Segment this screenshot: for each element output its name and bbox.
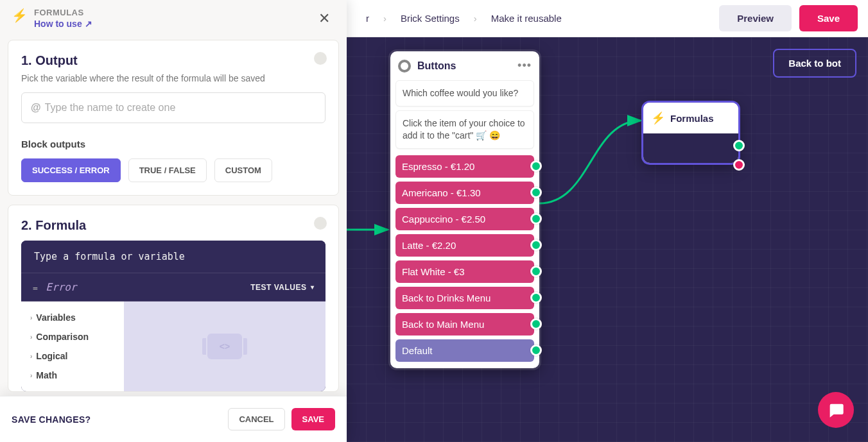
chevron-right-icon: › xyxy=(30,353,32,360)
formula-heading: 2. Formula xyxy=(21,218,326,233)
option-port[interactable] xyxy=(530,160,542,172)
output-section: 1. Output Pick the variable where the re… xyxy=(8,40,339,196)
formula-result: Error xyxy=(46,281,76,293)
formula-result-row: = Error TEST VALUES ▾ xyxy=(21,273,326,302)
buttons-card[interactable]: Buttons ••• Which coffee would you like?… xyxy=(390,51,539,368)
option-port[interactable] xyxy=(530,344,542,356)
formula-category[interactable]: ›Logical xyxy=(25,346,120,366)
external-link-icon: ↗ xyxy=(85,19,92,29)
option-button[interactable]: Back to Drinks Menu xyxy=(395,287,534,309)
card-menu-icon[interactable]: ••• xyxy=(517,59,532,72)
option-button[interactable]: Back to Main Menu xyxy=(395,313,534,336)
option-port[interactable] xyxy=(530,266,542,277)
how-to-use-link[interactable]: How to use ↗ xyxy=(34,19,92,29)
chevron-right-icon: › xyxy=(30,314,32,321)
at-icon: @ xyxy=(31,102,41,114)
output-variable-field[interactable]: @ xyxy=(21,92,326,123)
panel-header: ⚡ FORMULAS How to use ↗ ✕ xyxy=(0,0,347,32)
option-button[interactable]: Latte - €2.20 xyxy=(395,234,534,257)
message-block[interactable]: Click the item of your choice to add it … xyxy=(395,110,534,149)
option-port[interactable] xyxy=(530,239,542,251)
radio-icon xyxy=(398,60,411,72)
option-port[interactable] xyxy=(530,213,542,225)
bolt-icon: ⚡ xyxy=(12,8,28,23)
breadcrumb-separator: › xyxy=(383,13,386,24)
breadcrumb-item[interactable]: Brick Settings xyxy=(401,13,460,24)
formula-editor: Type a formula or variable = Error TEST … xyxy=(21,241,326,391)
formula-helper-body: ›Variables›Comparison›Logical›Math <> xyxy=(21,302,326,391)
output-variable-input[interactable] xyxy=(45,102,316,114)
output-port-error[interactable] xyxy=(733,159,745,171)
option-button[interactable]: Espresso - €1.20 xyxy=(395,155,534,178)
formulas-node-header: ⚡ Formulas xyxy=(643,103,738,133)
save-button[interactable]: Save xyxy=(799,5,858,31)
block-outputs-label: Block outputs xyxy=(21,139,326,149)
breadcrumb-item[interactable]: r xyxy=(366,13,369,24)
formula-category[interactable]: ›Comparison xyxy=(25,327,120,346)
block-outputs-segments: SUCCESS / ERRORTRUE / FALSECUSTOM xyxy=(21,158,326,182)
section-status-icon xyxy=(314,52,327,65)
option-button[interactable]: Flat White - €3 xyxy=(395,260,534,283)
block-output-segment[interactable]: SUCCESS / ERROR xyxy=(21,158,121,182)
message-block[interactable]: Which coffee would you like? xyxy=(395,80,534,106)
laptop-code-icon: <> xyxy=(207,334,242,359)
buttons-card-title: Buttons xyxy=(417,60,511,72)
option-port[interactable] xyxy=(530,292,542,303)
chevron-down-icon: ▾ xyxy=(311,284,315,291)
save-changes-question: SAVE CHANGES? xyxy=(12,414,91,425)
option-button[interactable]: Default xyxy=(395,339,534,362)
formulas-node[interactable]: ⚡ Formulas xyxy=(643,103,738,163)
equals-icon: = xyxy=(33,283,38,293)
breadcrumb-item[interactable]: Make it reusable xyxy=(491,13,562,24)
output-subtitle: Pick the variable where the result of th… xyxy=(21,73,326,83)
chat-icon xyxy=(827,401,845,419)
back-to-bot-button[interactable]: Back to bot xyxy=(773,49,856,78)
chat-fab[interactable] xyxy=(818,392,854,428)
option-port[interactable] xyxy=(530,318,542,330)
option-button[interactable]: Cappuccino - €2.50 xyxy=(395,208,534,230)
formulas-node-body xyxy=(643,133,738,163)
formula-category[interactable]: ›Variables xyxy=(25,308,120,327)
output-port-success[interactable] xyxy=(733,140,745,151)
cancel-button[interactable]: CANCEL xyxy=(228,408,284,430)
option-port[interactable] xyxy=(530,187,542,198)
buttons-card-header: Buttons ••• xyxy=(390,51,539,80)
block-output-segment[interactable]: TRUE / FALSE xyxy=(128,158,207,182)
buttons-card-body: Which coffee would you like? Click the i… xyxy=(390,80,539,368)
formula-category[interactable]: ›Math xyxy=(25,366,120,385)
formula-preview-pane: <> xyxy=(124,302,326,391)
test-values-toggle[interactable]: TEST VALUES ▾ xyxy=(250,283,314,292)
bolt-icon: ⚡ xyxy=(651,111,665,125)
save-changes-bar: SAVE CHANGES? CANCEL SAVE xyxy=(0,396,347,442)
formulas-node-title: Formulas xyxy=(670,113,714,124)
formulas-side-panel: ⚡ FORMULAS How to use ↗ ✕ 1. Output Pick… xyxy=(0,0,347,442)
chevron-right-icon: › xyxy=(30,334,32,341)
formula-categories: ›Variables›Comparison›Logical›Math xyxy=(21,302,124,391)
panel-save-button[interactable]: SAVE xyxy=(291,408,335,430)
formula-section: 2. Formula Type a formula or variable = … xyxy=(8,205,339,392)
preview-button[interactable]: Preview xyxy=(719,5,792,31)
top-actions: Preview Save xyxy=(719,5,868,31)
close-panel-button[interactable]: ✕ xyxy=(313,8,335,30)
panel-body: 1. Output Pick the variable where the re… xyxy=(0,32,347,396)
breadcrumb-separator: › xyxy=(474,13,477,24)
chevron-right-icon: › xyxy=(30,372,32,379)
option-button[interactable]: Americano - €1.30 xyxy=(395,182,534,204)
panel-title: FORMULAS xyxy=(34,8,92,17)
block-output-segment[interactable]: CUSTOM xyxy=(214,158,272,182)
formula-input[interactable]: Type a formula or variable xyxy=(21,241,326,273)
output-heading: 1. Output xyxy=(21,53,326,68)
section-status-icon xyxy=(314,217,327,230)
